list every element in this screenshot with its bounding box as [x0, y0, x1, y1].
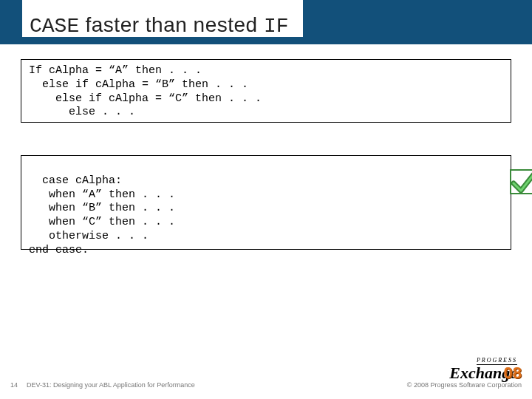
checkmark-icon: [480, 151, 515, 187]
title-mid: faster than nested: [79, 13, 264, 36]
title-if-keyword: IF: [264, 15, 289, 38]
code-box-case: case cAlpha: when “A” then . . . when “B…: [21, 155, 511, 250]
page-number: 14: [10, 381, 18, 389]
slide-title: CASE faster than nested IF: [30, 13, 289, 38]
code-box-if: If cAlpha = “A” then . . . else if cAlph…: [21, 59, 511, 123]
copyright: © 2008 Progress Software Corporation: [407, 381, 522, 389]
title-case-keyword: CASE: [30, 15, 79, 38]
session-title: DEV-31: Designing your ABL Application f…: [27, 381, 195, 389]
footer: 14 DEV-31: Designing your ABL Applicatio…: [0, 374, 532, 393]
code-case-content: case cAlpha: when “A” then . . . when “B…: [29, 174, 175, 256]
code-if-content: If cAlpha = “A” then . . . else if cAlph…: [29, 64, 262, 118]
